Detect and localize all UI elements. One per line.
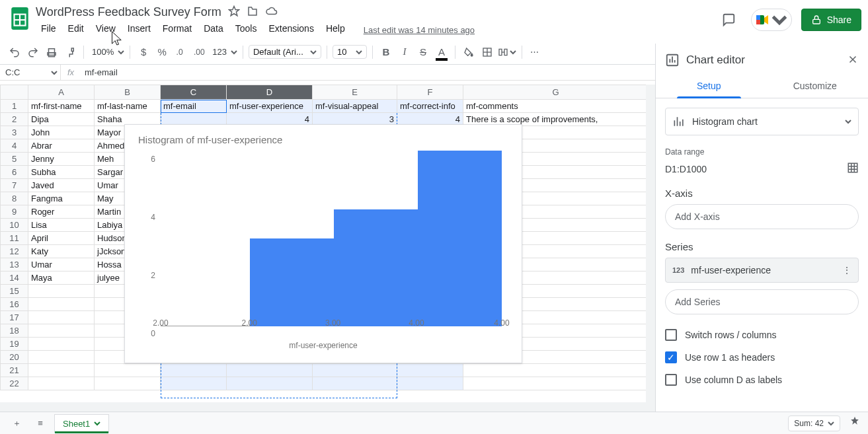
text-color-icon[interactable]: A <box>434 44 450 60</box>
row-header[interactable]: 9 <box>1 205 28 219</box>
add-series-button[interactable]: Add Series <box>665 289 859 314</box>
row-header[interactable]: 6 <box>1 166 28 179</box>
share-button[interactable]: Share <box>801 9 861 31</box>
paint-format-icon[interactable] <box>62 44 78 60</box>
row-header[interactable]: 22 <box>1 377 28 390</box>
cell[interactable] <box>397 377 463 390</box>
cell[interactable]: mf-first-name <box>28 100 95 113</box>
menu-file[interactable]: File <box>36 22 61 35</box>
horizontal-scrollbar[interactable] <box>0 402 655 412</box>
cell[interactable]: April <box>28 232 95 245</box>
document-title[interactable]: WordPress Feedback Survey Form <box>36 5 221 19</box>
cell[interactable]: Dipa <box>28 113 95 126</box>
col-header-F[interactable]: F <box>397 85 463 100</box>
cell[interactable]: mf-visual-appeal <box>313 100 397 113</box>
sheet-tab-1[interactable]: Sheet1 <box>54 414 109 433</box>
col-header-D[interactable]: D <box>227 85 313 100</box>
italic-icon[interactable]: I <box>397 44 413 60</box>
series-item[interactable]: 123 mf-user-experience ⋮ <box>665 258 859 283</box>
col-header-A[interactable]: A <box>28 85 95 100</box>
quick-sum[interactable]: Sum: 42 <box>788 416 840 431</box>
cell[interactable] <box>161 377 227 390</box>
cell[interactable] <box>95 364 161 377</box>
row-header[interactable]: 21 <box>1 364 28 377</box>
row-header[interactable]: 17 <box>1 311 28 324</box>
cell[interactable] <box>161 364 227 377</box>
row1-headers-checkbox[interactable]: ✓ Use row 1 as headers <box>665 346 859 369</box>
cell[interactable]: mf-last-name <box>95 100 161 113</box>
data-range-value[interactable]: D1:D1000 <box>665 164 707 174</box>
last-edit-link[interactable]: Last edit was 14 minutes ago <box>364 25 475 35</box>
cell[interactable] <box>28 377 95 390</box>
cell[interactable] <box>28 338 95 351</box>
tab-customize[interactable]: Customize <box>762 74 869 98</box>
cell[interactable] <box>313 377 397 390</box>
row-header[interactable]: 15 <box>1 285 28 298</box>
row-header[interactable]: 7 <box>1 179 28 192</box>
row-header[interactable]: 8 <box>1 192 28 205</box>
star-icon[interactable] <box>228 5 240 19</box>
name-box[interactable]: C:C <box>0 65 61 80</box>
cell[interactable] <box>28 298 95 311</box>
cell[interactable] <box>28 364 95 377</box>
cloud-status-icon[interactable] <box>265 5 278 19</box>
menu-extensions[interactable]: Extensions <box>263 22 319 35</box>
redo-icon[interactable] <box>25 44 41 60</box>
cell[interactable] <box>397 364 463 377</box>
cell[interactable]: Katy <box>28 245 95 258</box>
menu-format[interactable]: Format <box>157 22 197 35</box>
row-header[interactable]: 4 <box>1 139 28 153</box>
cell[interactable]: Maya <box>28 271 95 285</box>
col-header-E[interactable]: E <box>313 85 397 100</box>
increase-decimal-icon[interactable]: .00 <box>191 44 207 60</box>
menu-help[interactable]: Help <box>321 22 350 35</box>
add-sheet-icon[interactable]: ＋ <box>7 417 26 429</box>
cell[interactable]: Abrar <box>28 139 95 153</box>
cell[interactable]: Subha <box>28 166 95 179</box>
merge-cells-dropdown[interactable] <box>498 47 516 57</box>
menu-data[interactable]: Data <box>198 22 229 35</box>
print-icon[interactable] <box>44 44 59 60</box>
row-header[interactable]: 10 <box>1 219 28 232</box>
move-icon[interactable] <box>247 5 258 19</box>
col-header-G[interactable]: G <box>463 85 649 100</box>
col-labels-checkbox[interactable]: Use column D as labels <box>665 369 859 391</box>
tab-setup[interactable]: Setup <box>656 74 762 98</box>
row-header[interactable]: 11 <box>1 232 28 245</box>
select-all-corner[interactable] <box>1 85 28 100</box>
embedded-chart[interactable]: Histogram of mf-user-experience 6 4 2 0 … <box>124 124 522 363</box>
currency-icon[interactable]: $ <box>136 44 151 60</box>
cell[interactable]: mf-user-experience <box>227 100 313 113</box>
percent-icon[interactable]: % <box>154 44 170 60</box>
cell[interactable]: Fangma <box>28 192 95 205</box>
undo-icon[interactable] <box>7 44 22 60</box>
col-header-C[interactable]: C <box>161 85 227 100</box>
row-header[interactable]: 14 <box>1 271 28 285</box>
menu-insert[interactable]: Insert <box>122 22 156 35</box>
menu-edit[interactable]: Edit <box>63 22 89 35</box>
chart-type-select[interactable]: Histogram chart <box>665 108 859 135</box>
cell[interactable] <box>227 377 313 390</box>
select-range-icon[interactable] <box>847 162 859 176</box>
row-header[interactable]: 13 <box>1 258 28 271</box>
row-header[interactable]: 5 <box>1 153 28 166</box>
row-header[interactable]: 18 <box>1 324 28 338</box>
cell[interactable]: Umar <box>28 258 95 271</box>
menu-view[interactable]: View <box>91 22 121 35</box>
cell[interactable] <box>28 351 95 364</box>
cell[interactable] <box>463 364 649 377</box>
add-xaxis-button[interactable]: Add X-axis <box>665 204 859 229</box>
all-sheets-icon[interactable]: ≡ <box>30 418 50 428</box>
more-toolbar-icon[interactable]: ⋯ <box>528 44 543 60</box>
menu-tools[interactable]: Tools <box>230 22 262 35</box>
row-header[interactable]: 1 <box>1 100 28 113</box>
cell[interactable]: mf-email <box>161 100 227 113</box>
cell[interactable]: Jenny <box>28 153 95 166</box>
explore-icon[interactable] <box>848 416 861 431</box>
row-header[interactable]: 12 <box>1 245 28 258</box>
cell[interactable] <box>28 324 95 338</box>
sheets-logo-icon[interactable] <box>7 5 33 32</box>
number-format-dropdown[interactable]: 123 <box>210 47 237 57</box>
comments-icon[interactable] <box>715 7 742 33</box>
close-icon[interactable] <box>847 54 859 67</box>
